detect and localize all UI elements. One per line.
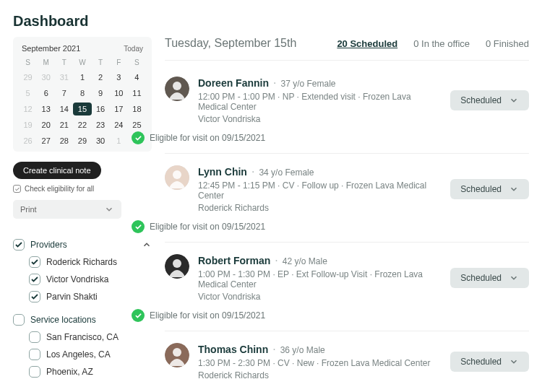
filter-providers-header[interactable]: Providers [13, 239, 152, 251]
provider-item-label: Roderick Richards [46, 257, 117, 267]
schedule-tab[interactable]: 20 Scheduled [337, 38, 397, 49]
calendar-day[interactable]: 25 [128, 118, 146, 131]
appointment-detail: 12:00 PM - 1:00 PM · NP · Extended visit… [198, 92, 442, 112]
location-item-label: San Francisco, CA [46, 332, 119, 342]
eligibility-row: Eligible for visit on 09/15/2021 [132, 131, 529, 144]
page-title: Dashboard [13, 13, 529, 30]
eligibility-row: Eligible for visit on 09/15/2021 [132, 309, 529, 322]
calendar-day[interactable]: 7 [55, 87, 73, 100]
calendar-day[interactable]: 22 [73, 118, 91, 131]
status-dropdown[interactable]: Scheduled [450, 179, 529, 199]
provider-item[interactable]: Victor Vondriska [29, 274, 152, 285]
calendar-day[interactable]: 27 [37, 134, 55, 147]
calendar-dow-label: W [73, 57, 91, 68]
patient-demographics: 36 y/o Male [280, 345, 325, 355]
check-circle-icon [132, 309, 145, 322]
provider-item[interactable]: Roderick Richards [29, 256, 152, 268]
calendar-day[interactable]: 1 [110, 134, 128, 147]
status-dropdown[interactable]: Scheduled [450, 352, 529, 372]
status-dropdown[interactable]: Scheduled [450, 90, 529, 110]
calendar-day[interactable]: 1 [73, 71, 91, 84]
calendar-day[interactable]: 26 [19, 134, 37, 147]
provider-item[interactable]: Parvin Shakti [29, 291, 152, 302]
provider-item-label: Victor Vondriska [46, 274, 109, 284]
calendar-day[interactable]: 24 [110, 118, 128, 131]
location-item[interactable]: Phoenix, AZ [29, 366, 152, 378]
calendar-day[interactable]: 30 [37, 71, 55, 84]
calendar-day[interactable]: 21 [55, 118, 73, 131]
calendar-day[interactable]: 11 [128, 87, 146, 100]
checkbox-icon [29, 366, 40, 378]
calendar-day[interactable]: 14 [55, 103, 73, 116]
calendar-day[interactable]: 5 [19, 87, 37, 100]
separator-dot: · [273, 77, 276, 90]
calendar-day[interactable]: 17 [110, 103, 128, 116]
schedule-tab[interactable]: 0 Finished [486, 38, 529, 49]
calendar-dow-label: S [128, 57, 146, 68]
patient-demographics: 42 y/o Male [283, 256, 327, 266]
calendar-day[interactable]: 10 [110, 87, 128, 100]
schedule-header: Tuesday, September 15th 20 Scheduled0 In… [165, 37, 529, 61]
calendar-day[interactable]: 16 [92, 103, 110, 116]
calendar-day[interactable]: 29 [19, 71, 37, 84]
main: Tuesday, September 15th 20 Scheduled0 In… [165, 37, 529, 389]
calendar-day[interactable]: 23 [92, 118, 110, 131]
calendar-day[interactable]: 4 [128, 71, 146, 84]
appointment-row: Lynn Chin·34 y/o Female12:45 PM - 1:15 P… [165, 154, 529, 243]
calendar-day[interactable]: 6 [37, 87, 55, 100]
calendar-day[interactable]: 9 [92, 87, 110, 100]
calendar-day[interactable]: 2 [92, 71, 110, 84]
calendar-dow-label: T [92, 57, 110, 68]
create-clinical-note-button[interactable]: Create clinical note [13, 162, 101, 179]
calendar-day[interactable]: 8 [73, 87, 91, 100]
calendar-day[interactable]: 18 [128, 103, 146, 116]
chevron-down-icon [509, 273, 519, 283]
calendar-day[interactable]: 13 [37, 103, 55, 116]
chevron-down-icon [104, 204, 114, 214]
patient-name[interactable]: Doreen Fannin [198, 77, 269, 89]
eligibility-text: Eligible for visit on 09/15/2021 [150, 310, 265, 321]
separator-dot: · [251, 165, 254, 178]
svg-point-1 [173, 82, 181, 90]
calendar-today-link[interactable]: Today [124, 45, 143, 53]
chevron-down-icon [509, 357, 519, 367]
status-label: Scheduled [460, 184, 502, 194]
checkbox-icon [29, 256, 40, 268]
check-eligibility-all-label: Check eligibility for all [25, 185, 94, 193]
svg-point-7 [173, 348, 181, 357]
calendar-day[interactable]: 12 [19, 103, 37, 116]
status-dropdown[interactable]: Scheduled [450, 268, 529, 288]
patient-name[interactable]: Robert Forman [198, 255, 270, 266]
calendar-day[interactable]: 28 [55, 134, 73, 147]
patient-name[interactable]: Thomas Chinn [198, 344, 268, 355]
checkbox-icon [29, 331, 40, 343]
appointment-row: Thomas Chinn·36 y/o Male1:30 PM - 2:30 P… [165, 331, 529, 389]
svg-point-5 [173, 259, 181, 268]
calendar-day[interactable]: 15 [73, 103, 91, 116]
location-item[interactable]: Los Angeles, CA [29, 349, 152, 360]
checkbox-icon [29, 291, 40, 302]
appointment-provider: Roderick Richards [198, 370, 442, 380]
calendar-day[interactable]: 20 [37, 118, 55, 131]
chevron-down-icon [509, 95, 519, 105]
avatar [165, 165, 189, 190]
checkbox-icon [13, 185, 21, 193]
separator-dot: · [272, 343, 275, 356]
calendar-day[interactable]: 30 [92, 134, 110, 147]
avatar [165, 254, 189, 279]
print-dropdown[interactable]: Print [13, 200, 121, 219]
calendar-day[interactable]: 31 [55, 71, 73, 84]
checkbox-icon [13, 314, 25, 326]
filter-locations-label: Service locations [30, 315, 96, 325]
calendar-dow-label: T [55, 57, 73, 68]
checkbox-icon [29, 274, 40, 285]
schedule-tab[interactable]: 0 In the office [413, 38, 470, 49]
svg-point-3 [173, 170, 181, 179]
calendar-day[interactable]: 19 [19, 118, 37, 131]
location-item[interactable]: San Francisco, CA [29, 331, 152, 343]
avatar [165, 343, 189, 367]
patient-name[interactable]: Lynn Chin [198, 166, 247, 178]
check-eligibility-all[interactable]: Check eligibility for all [13, 185, 152, 193]
calendar-day[interactable]: 3 [110, 71, 128, 84]
calendar-day[interactable]: 29 [73, 134, 91, 147]
